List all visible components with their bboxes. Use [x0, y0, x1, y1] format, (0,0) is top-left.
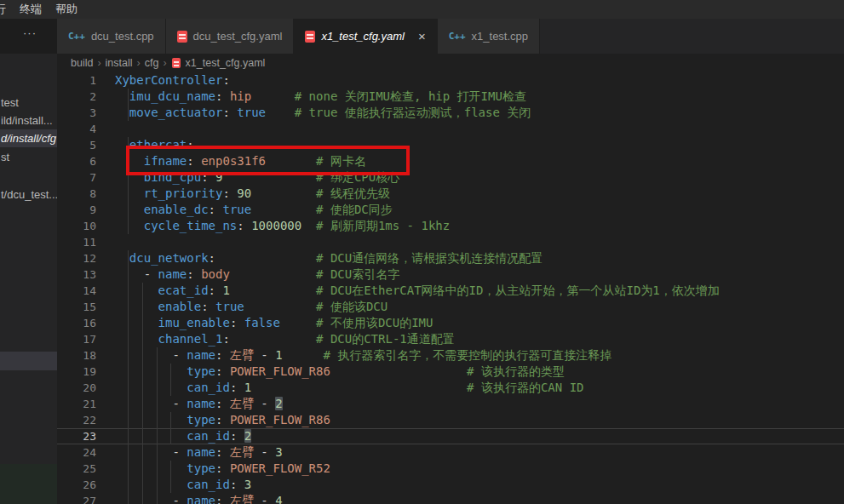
side-panel-item[interactable]: ild/install... — [0, 112, 57, 129]
indent-guide — [157, 347, 158, 364]
code-text: - name: 左臂 - 2 — [115, 396, 283, 412]
comment: # 使能DC同步 — [316, 202, 393, 218]
code-line[interactable]: 18 - name: 左臂 - 1# 执行器索引名字，不需要控制的执行器可直接注… — [57, 347, 844, 364]
breadcrumb-item[interactable]: cfg — [143, 57, 161, 69]
line-number: 3 — [57, 105, 96, 121]
tab-label: x1_test.cpp — [472, 30, 529, 43]
token: : — [201, 170, 208, 184]
code-line[interactable]: 9 enable_dc: true# 使能DC同步 — [57, 202, 844, 218]
side-panel-item[interactable]: test — [0, 94, 57, 112]
code-area[interactable]: 1XyberController:2 imu_dcu_name: hip# no… — [57, 72, 844, 504]
menu-item-2[interactable]: 终端 — [13, 2, 49, 17]
code-line[interactable]: 12 dcu_network:# DCU通信网络，请根据实机连接情况配置 — [57, 250, 844, 266]
tab-x1_test_cfg.yaml[interactable]: x1_test_cfg.yaml× — [294, 19, 437, 54]
code-line[interactable]: 6 ifname: enp0s31f6# 网卡名 — [57, 153, 844, 169]
code-text: type: POWER_FLOW_R86 — [115, 412, 330, 428]
indent-guide — [128, 105, 129, 121]
breadcrumb-separator-icon: › — [95, 57, 103, 69]
tab-label: dcu_test_cfg.yaml — [193, 30, 283, 43]
code-line[interactable]: 13 - name: body# DCU索引名字 — [57, 266, 844, 283]
token — [237, 429, 244, 443]
line-number: 23 — [57, 428, 96, 444]
tab-dcu_test.cpp[interactable]: C++dcu_test.cpp — [57, 19, 166, 54]
line-number: 4 — [57, 121, 96, 137]
comment: # 该执行器的类型 — [467, 364, 565, 380]
side-panel-footer-block — [0, 464, 57, 504]
indent-guide — [128, 218, 129, 234]
code-line[interactable]: 24 - name: 左臂 - 3 — [57, 444, 844, 461]
token: - — [172, 445, 187, 459]
code-line[interactable]: 7 bind_cpu: 9# 绑定CPU核心 — [57, 169, 844, 186]
indent-guide — [157, 444, 158, 461]
indent-guide — [142, 444, 143, 461]
token: - — [172, 348, 187, 362]
line-number: 10 — [57, 218, 96, 234]
code-line[interactable]: 21 - name: 左臂 - 2 — [57, 396, 844, 412]
indent-guide — [170, 364, 171, 380]
breadcrumb-item[interactable]: x1_test_cfg.yaml — [184, 57, 267, 69]
code-line[interactable]: 3 move_actuator: true# true 使能执行器运动测试，fl… — [57, 105, 844, 121]
code-text: can_id: 1 — [115, 380, 251, 396]
code-text: cycle_time_ns: 1000000 — [115, 218, 301, 234]
code-line[interactable]: 14 ecat_id: 1# DCU在EtherCAT网络中的ID，从主站开始，… — [57, 283, 844, 299]
indent-guide — [128, 89, 129, 105]
token: name — [187, 494, 215, 504]
code-line[interactable]: 20 can_id: 1# 该执行器的CAN ID — [57, 380, 844, 396]
code-line[interactable]: 26 can_id: 3 — [57, 477, 844, 493]
indent-guide — [157, 428, 158, 444]
tab-dcu_test_cfg.yaml[interactable]: dcu_test_cfg.yaml — [166, 19, 295, 54]
line-number: 18 — [57, 347, 96, 364]
code-line[interactable]: 1XyberController: — [57, 72, 844, 89]
code-text: rt_priority: 90 — [115, 186, 251, 202]
token: ethercat — [129, 138, 187, 152]
token: 左臂 — [230, 348, 254, 362]
code-line[interactable]: 23 can_id: 2 — [57, 428, 844, 444]
code-line[interactable]: 2 imu_dcu_name: hip# none 关闭IMU检查, hip 打… — [57, 89, 844, 105]
breadcrumb-item[interactable]: install — [104, 57, 135, 69]
tab-x1_test.cpp[interactable]: C++x1_test.cpp — [438, 19, 540, 54]
token: : — [222, 73, 229, 87]
token: imu_dcu_name — [129, 89, 215, 103]
indent-guide — [142, 315, 143, 331]
code-text: imu_enable: false — [115, 315, 280, 331]
token: 3 — [275, 445, 282, 459]
menu-item-3[interactable]: 帮助 — [49, 2, 84, 17]
close-icon[interactable]: × — [418, 30, 426, 43]
indent-guide — [128, 347, 129, 364]
side-panel: ··· testild/install...d/install/cfgstt/d… — [0, 19, 57, 504]
token: ifname — [144, 154, 187, 168]
indent-guide — [128, 137, 129, 153]
breadcrumb-item[interactable]: build — [69, 57, 95, 69]
code-line[interactable]: 15 enable: true# 使能该DCU — [57, 299, 844, 315]
code-line[interactable]: 5 ethercat: — [57, 137, 844, 153]
token: enable — [158, 300, 202, 313]
code-line[interactable]: 19 type: POWER_FLOW_R86# 该执行器的类型 — [57, 364, 844, 380]
token — [115, 381, 187, 394]
token — [222, 348, 229, 362]
indent-guide — [128, 186, 129, 202]
indent-guide — [128, 202, 129, 218]
side-panel-highlight-row[interactable] — [0, 352, 57, 370]
code-line[interactable]: 11 — [57, 234, 844, 250]
code-text: enable: true — [115, 299, 244, 315]
indent-guide — [142, 412, 143, 428]
side-panel-item[interactable]: t/dcu_test... — [0, 186, 57, 203]
token: : — [222, 106, 229, 119]
code-line[interactable]: 25 type: POWER_FLOW_R52 — [57, 461, 844, 477]
indent-guide — [128, 299, 129, 315]
code-line[interactable]: 17 channel_1:# DCU的CTRL-1通道配置 — [57, 331, 844, 347]
token: 90 — [237, 186, 251, 200]
code-line[interactable]: 22 type: POWER_FLOW_R86 — [57, 412, 844, 428]
more-actions-icon[interactable]: ··· — [23, 26, 37, 39]
code-line[interactable]: 4 — [57, 121, 844, 137]
code-line[interactable]: 8 rt_priority: 90# 线程优先级 — [57, 186, 844, 202]
code-line[interactable]: 10 cycle_time_ns: 1000000# 刷新周期1ms - 1kh… — [57, 218, 844, 234]
indent-guide — [170, 461, 171, 477]
token: XyberController — [115, 73, 222, 87]
side-panel-item[interactable]: d/install/cfg — [0, 129, 57, 147]
menu-item-1[interactable]: 行 — [0, 2, 13, 17]
side-panel-item[interactable]: st — [0, 148, 57, 166]
code-line[interactable]: 16 imu_enable: false# 不使用该DCU的IMU — [57, 315, 844, 331]
code-line[interactable]: 27 - name: 左臂 - 4 — [57, 493, 844, 504]
token — [115, 186, 144, 200]
